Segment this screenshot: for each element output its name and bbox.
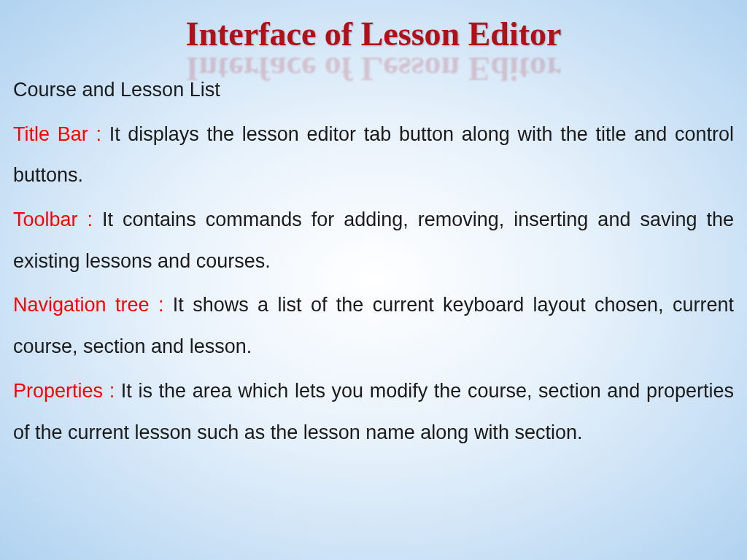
term-description: It displays the lesson editor tab button… [13,123,734,187]
subtitle: Course and Lesson List [13,69,734,111]
definition-item: Toolbar : It contains commands for addin… [13,199,734,281]
content-body: Course and Lesson List Title Bar : It di… [13,69,734,453]
definition-item: Navigation tree : It shows a list of the… [13,284,734,367]
definition-item: Properties : It is the area which lets y… [13,370,734,453]
term-label: Properties : [13,380,121,402]
term-description: It is the area which lets you modify the… [13,380,734,443]
slide-title: Interface of Lesson Editor [186,15,562,53]
term-label: Title Bar : [13,123,109,145]
term-description: It contains commands for adding, removin… [13,209,734,272]
definition-item: Title Bar : It displays the lesson edito… [13,114,734,196]
term-label: Navigation tree : [13,294,173,316]
title-container: Interface of Lesson Editor Interface of … [13,15,734,53]
slide: Interface of Lesson Editor Interface of … [0,0,747,560]
term-label: Toolbar : [13,209,102,230]
